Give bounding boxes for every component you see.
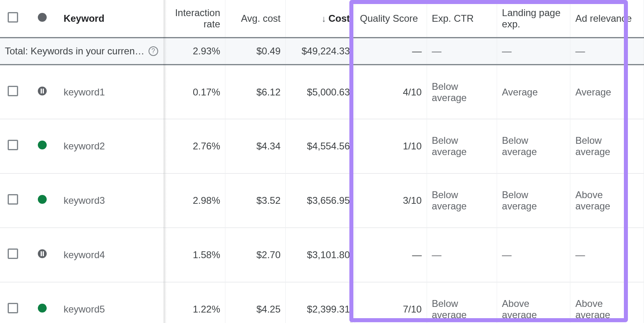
keywords-table: Keyword Interaction rate Avg. cost ↓Cost…: [0, 0, 644, 323]
arrow-down-icon: ↓: [322, 14, 326, 24]
interaction-rate-cell: 1.22%: [165, 282, 225, 323]
cost-cell: $3,101.80: [286, 228, 355, 282]
total-cost: $49,224.33: [286, 38, 355, 65]
landing-page-cell: —: [497, 228, 570, 282]
landing-page-cell: Below average: [497, 174, 570, 228]
table-row[interactable]: keyword51.22%$4.25$2,399.317/10Below ave…: [0, 282, 644, 323]
keyword-header[interactable]: Keyword: [59, 0, 165, 38]
quality-score-cell: 3/10: [355, 174, 427, 228]
landing-page-cell: Average: [497, 65, 570, 119]
keyword-cell[interactable]: keyword2: [59, 119, 165, 174]
row-checkbox[interactable]: [8, 248, 18, 259]
total-row: Total: Keywords in your curren… ? 2.93% …: [0, 38, 644, 65]
ad-relevance-header[interactable]: Ad relevance: [570, 0, 644, 38]
ad-relevance-cell: Average: [570, 65, 644, 119]
row-checkbox[interactable]: [8, 303, 18, 313]
select-all-header[interactable]: [0, 0, 26, 38]
total-exp-ctr: —: [427, 38, 497, 65]
quality-score-header[interactable]: Quality Score: [355, 0, 427, 38]
quality-score-cell: 4/10: [355, 65, 427, 119]
quality-score-cell: —: [355, 228, 427, 282]
landing-page-header[interactable]: Landing page exp.: [497, 0, 570, 38]
total-quality-score: —: [355, 38, 427, 65]
keyword-cell[interactable]: keyword1: [59, 65, 165, 119]
landing-page-cell: Below average: [497, 119, 570, 174]
status-enabled-icon[interactable]: [38, 195, 47, 204]
quality-score-cell: 7/10: [355, 282, 427, 323]
interaction-rate-cell: 1.58%: [165, 228, 225, 282]
table-body: Total: Keywords in your curren… ? 2.93% …: [0, 38, 644, 323]
cost-cell: $5,000.63: [286, 65, 355, 119]
total-interaction-rate: 2.93%: [165, 38, 225, 65]
keyword-cell[interactable]: keyword4: [59, 228, 165, 282]
exp-ctr-header[interactable]: Exp. CTR: [427, 0, 497, 38]
interaction-rate-cell: 2.98%: [165, 174, 225, 228]
table-row[interactable]: keyword22.76%$4.34$4,554.561/10Below ave…: [0, 119, 644, 174]
avg-cost-cell: $4.25: [225, 282, 285, 323]
status-enabled-icon[interactable]: [38, 141, 47, 149]
status-enabled-icon[interactable]: [38, 304, 47, 313]
cost-header-label: Cost: [328, 13, 350, 24]
exp-ctr-cell: Below average: [427, 119, 497, 174]
keyword-cell[interactable]: keyword3: [59, 174, 165, 228]
ad-relevance-cell: Above average: [570, 282, 644, 323]
exp-ctr-cell: Below average: [427, 282, 497, 323]
avg-cost-cell: $4.34: [225, 119, 285, 174]
table-header-row: Keyword Interaction rate Avg. cost ↓Cost…: [0, 0, 644, 38]
status-paused-icon[interactable]: [38, 249, 47, 258]
help-icon[interactable]: ?: [149, 46, 158, 56]
keyword-cell[interactable]: keyword5: [59, 282, 165, 323]
avg-cost-cell: $2.70: [225, 228, 285, 282]
total-label-text: Total: Keywords in your curren…: [5, 46, 144, 57]
ad-relevance-cell: Below average: [570, 119, 644, 174]
ad-relevance-cell: Above average: [570, 174, 644, 228]
total-landing-page: —: [497, 38, 570, 65]
avg-cost-cell: $6.12: [225, 65, 285, 119]
cost-cell: $2,399.31: [286, 282, 355, 323]
exp-ctr-cell: —: [427, 228, 497, 282]
row-checkbox[interactable]: [8, 140, 18, 150]
cost-cell: $4,554.56: [286, 119, 355, 174]
status-filter-icon[interactable]: [38, 13, 47, 22]
interaction-rate-header[interactable]: Interaction rate: [165, 0, 225, 38]
status-paused-icon[interactable]: [38, 87, 47, 95]
exp-ctr-cell: Below average: [427, 174, 497, 228]
total-label-cell: Total: Keywords in your curren… ?: [0, 38, 165, 65]
total-avg-cost: $0.49: [225, 38, 285, 65]
ad-relevance-cell: —: [570, 228, 644, 282]
status-header[interactable]: [26, 0, 59, 38]
cost-cell: $3,656.95: [286, 174, 355, 228]
interaction-rate-cell: 0.17%: [165, 65, 225, 119]
quality-score-cell: 1/10: [355, 119, 427, 174]
cost-header[interactable]: ↓Cost: [286, 0, 355, 38]
table-row[interactable]: keyword32.98%$3.52$3,656.953/10Below ave…: [0, 174, 644, 228]
exp-ctr-cell: Below average: [427, 65, 497, 119]
row-checkbox[interactable]: [8, 194, 18, 205]
avg-cost-header[interactable]: Avg. cost: [225, 0, 285, 38]
table-row[interactable]: keyword41.58%$2.70$3,101.80————: [0, 228, 644, 282]
landing-page-cell: Above average: [497, 282, 570, 323]
table-row[interactable]: keyword10.17%$6.12$5,000.634/10Below ave…: [0, 65, 644, 119]
total-ad-relevance: —: [570, 38, 644, 65]
keywords-table-wrap: Keyword Interaction rate Avg. cost ↓Cost…: [0, 0, 644, 323]
row-checkbox[interactable]: [8, 86, 18, 96]
interaction-rate-cell: 2.76%: [165, 119, 225, 174]
avg-cost-cell: $3.52: [225, 174, 285, 228]
select-all-checkbox[interactable]: [8, 12, 18, 23]
